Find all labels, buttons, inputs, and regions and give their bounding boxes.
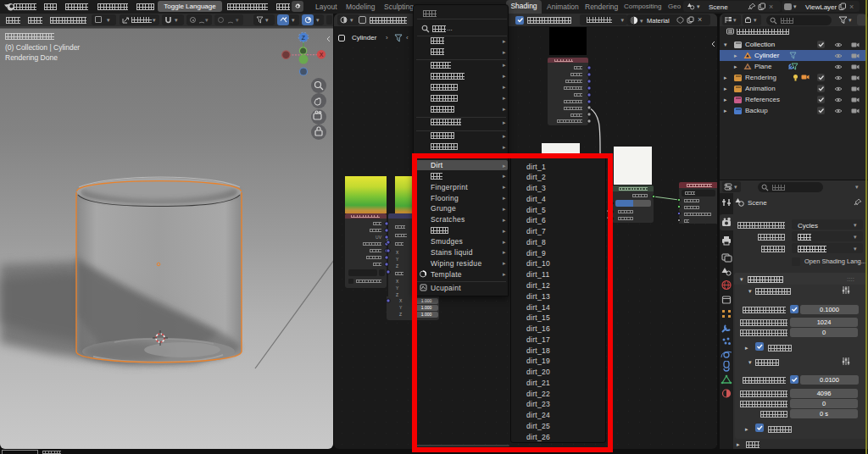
svg-text:(0) Collection | Cylinder: (0) Collection | Cylinder [5,43,80,52]
svg-text:X: X [320,52,324,58]
svg-text:Rendering Done: Rendering Done [5,53,58,62]
svg-text:Z: Z [302,35,306,41]
